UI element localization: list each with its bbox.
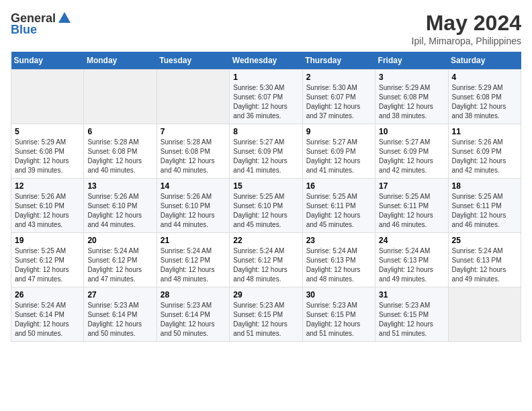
day-info: Sunrise: 5:25 AM Sunset: 6:12 PM Dayligh… — [15, 246, 80, 284]
col-saturday: Saturday — [448, 52, 521, 70]
day-info: Sunrise: 5:24 AM Sunset: 6:13 PM Dayligh… — [452, 246, 517, 284]
day-info: Sunrise: 5:23 AM Sunset: 6:14 PM Dayligh… — [87, 301, 152, 338]
calendar-cell: 29Sunrise: 5:23 AM Sunset: 6:15 PM Dayli… — [230, 287, 302, 342]
calendar-cell: 13Sunrise: 5:26 AM Sunset: 6:10 PM Dayli… — [84, 179, 157, 233]
day-info: Sunrise: 5:25 AM Sunset: 6:11 PM Dayligh… — [379, 192, 444, 230]
svg-marker-0 — [58, 12, 71, 23]
day-info: Sunrise: 5:24 AM Sunset: 6:12 PM Dayligh… — [87, 246, 152, 284]
day-info: Sunrise: 5:24 AM Sunset: 6:14 PM Dayligh… — [15, 301, 80, 338]
day-number: 9 — [306, 127, 371, 136]
day-info: Sunrise: 5:26 AM Sunset: 6:10 PM Dayligh… — [87, 192, 152, 230]
calendar-week-row: 1Sunrise: 5:30 AM Sunset: 6:07 PM Daylig… — [11, 70, 521, 124]
calendar-week-row: 19Sunrise: 5:25 AM Sunset: 6:12 PM Dayli… — [11, 233, 521, 287]
day-number: 14 — [161, 181, 226, 191]
day-number: 11 — [452, 127, 517, 136]
day-info: Sunrise: 5:27 AM Sunset: 6:09 PM Dayligh… — [306, 138, 371, 175]
day-info: Sunrise: 5:28 AM Sunset: 6:08 PM Dayligh… — [87, 138, 152, 175]
calendar-cell: 20Sunrise: 5:24 AM Sunset: 6:12 PM Dayli… — [84, 233, 157, 287]
col-friday: Friday — [375, 52, 448, 70]
day-number: 22 — [233, 236, 298, 245]
day-number: 28 — [161, 290, 226, 300]
day-number: 10 — [379, 127, 444, 136]
calendar-cell: 9Sunrise: 5:27 AM Sunset: 6:09 PM Daylig… — [302, 124, 375, 179]
day-number: 15 — [233, 181, 298, 191]
calendar-cell: 27Sunrise: 5:23 AM Sunset: 6:14 PM Dayli… — [84, 287, 157, 342]
calendar-cell: 22Sunrise: 5:24 AM Sunset: 6:12 PM Dayli… — [230, 233, 302, 287]
day-info: Sunrise: 5:27 AM Sunset: 6:09 PM Dayligh… — [379, 138, 444, 175]
day-info: Sunrise: 5:26 AM Sunset: 6:10 PM Dayligh… — [15, 192, 80, 230]
calendar-cell: 18Sunrise: 5:25 AM Sunset: 6:11 PM Dayli… — [448, 179, 521, 233]
day-info: Sunrise: 5:25 AM Sunset: 6:10 PM Dayligh… — [233, 192, 298, 230]
calendar-title: May 2024 — [412, 11, 521, 36]
col-wednesday: Wednesday — [230, 52, 302, 70]
day-number: 30 — [306, 290, 371, 300]
day-number: 29 — [233, 290, 298, 300]
day-number: 21 — [161, 236, 226, 245]
calendar-cell — [448, 287, 521, 342]
col-tuesday: Tuesday — [157, 52, 229, 70]
day-info: Sunrise: 5:24 AM Sunset: 6:12 PM Dayligh… — [161, 246, 226, 284]
day-number: 20 — [87, 236, 152, 245]
calendar-header-row: Sunday Monday Tuesday Wednesday Thursday… — [11, 52, 521, 70]
day-number: 25 — [452, 236, 517, 245]
day-info: Sunrise: 5:24 AM Sunset: 6:12 PM Dayligh… — [233, 246, 298, 284]
calendar-week-row: 12Sunrise: 5:26 AM Sunset: 6:10 PM Dayli… — [11, 179, 521, 233]
calendar-week-row: 26Sunrise: 5:24 AM Sunset: 6:14 PM Dayli… — [11, 287, 521, 342]
calendar-cell: 28Sunrise: 5:23 AM Sunset: 6:14 PM Dayli… — [157, 287, 229, 342]
calendar-cell: 21Sunrise: 5:24 AM Sunset: 6:12 PM Dayli… — [157, 233, 229, 287]
day-info: Sunrise: 5:23 AM Sunset: 6:15 PM Dayligh… — [233, 301, 298, 338]
title-area: May 2024 Ipil, Mimaropa, Philippines — [412, 11, 521, 46]
calendar-cell: 6Sunrise: 5:28 AM Sunset: 6:08 PM Daylig… — [84, 124, 157, 179]
day-info: Sunrise: 5:23 AM Sunset: 6:14 PM Dayligh… — [161, 301, 226, 338]
calendar-cell: 5Sunrise: 5:29 AM Sunset: 6:08 PM Daylig… — [11, 124, 84, 179]
day-number: 18 — [452, 181, 517, 191]
calendar-cell — [11, 70, 84, 124]
day-info: Sunrise: 5:25 AM Sunset: 6:11 PM Dayligh… — [306, 192, 371, 230]
day-number: 13 — [87, 181, 152, 191]
page-header: General Blue May 2024 Ipil, Mimaropa, Ph… — [11, 11, 521, 46]
calendar-cell: 1Sunrise: 5:30 AM Sunset: 6:07 PM Daylig… — [230, 70, 302, 124]
day-number: 23 — [306, 236, 371, 245]
calendar-cell: 3Sunrise: 5:29 AM Sunset: 6:08 PM Daylig… — [375, 70, 448, 124]
day-number: 2 — [306, 73, 371, 82]
day-info: Sunrise: 5:28 AM Sunset: 6:08 PM Dayligh… — [161, 138, 226, 175]
col-sunday: Sunday — [11, 52, 84, 70]
calendar-table: Sunday Monday Tuesday Wednesday Thursday… — [11, 52, 521, 342]
day-info: Sunrise: 5:26 AM Sunset: 6:09 PM Dayligh… — [452, 138, 517, 175]
day-info: Sunrise: 5:29 AM Sunset: 6:08 PM Dayligh… — [379, 83, 444, 121]
calendar-cell: 25Sunrise: 5:24 AM Sunset: 6:13 PM Dayli… — [448, 233, 521, 287]
day-number: 3 — [379, 73, 444, 82]
calendar-cell: 26Sunrise: 5:24 AM Sunset: 6:14 PM Dayli… — [11, 287, 84, 342]
calendar-week-row: 5Sunrise: 5:29 AM Sunset: 6:08 PM Daylig… — [11, 124, 521, 179]
day-info: Sunrise: 5:29 AM Sunset: 6:08 PM Dayligh… — [452, 83, 517, 121]
day-info: Sunrise: 5:30 AM Sunset: 6:07 PM Dayligh… — [233, 83, 298, 121]
calendar-cell: 12Sunrise: 5:26 AM Sunset: 6:10 PM Dayli… — [11, 179, 84, 233]
calendar-cell: 7Sunrise: 5:28 AM Sunset: 6:08 PM Daylig… — [157, 124, 229, 179]
calendar-cell — [84, 70, 157, 124]
calendar-cell: 31Sunrise: 5:23 AM Sunset: 6:15 PM Dayli… — [375, 287, 448, 342]
day-number: 31 — [379, 290, 444, 300]
day-number: 27 — [87, 290, 152, 300]
day-info: Sunrise: 5:24 AM Sunset: 6:13 PM Dayligh… — [379, 246, 444, 284]
day-info: Sunrise: 5:23 AM Sunset: 6:15 PM Dayligh… — [306, 301, 371, 338]
day-info: Sunrise: 5:29 AM Sunset: 6:08 PM Dayligh… — [15, 138, 80, 175]
day-number: 6 — [87, 127, 152, 136]
day-info: Sunrise: 5:27 AM Sunset: 6:09 PM Dayligh… — [233, 138, 298, 175]
logo: General Blue — [11, 11, 72, 37]
day-info: Sunrise: 5:24 AM Sunset: 6:13 PM Dayligh… — [306, 246, 371, 284]
day-number: 1 — [233, 73, 298, 82]
calendar-cell: 4Sunrise: 5:29 AM Sunset: 6:08 PM Daylig… — [448, 70, 521, 124]
calendar-cell: 23Sunrise: 5:24 AM Sunset: 6:13 PM Dayli… — [302, 233, 375, 287]
col-thursday: Thursday — [302, 52, 375, 70]
day-number: 17 — [379, 181, 444, 191]
calendar-cell: 16Sunrise: 5:25 AM Sunset: 6:11 PM Dayli… — [302, 179, 375, 233]
calendar-cell: 14Sunrise: 5:26 AM Sunset: 6:10 PM Dayli… — [157, 179, 229, 233]
calendar-cell: 19Sunrise: 5:25 AM Sunset: 6:12 PM Dayli… — [11, 233, 84, 287]
day-number: 24 — [379, 236, 444, 245]
day-number: 19 — [15, 236, 80, 245]
day-info: Sunrise: 5:30 AM Sunset: 6:07 PM Dayligh… — [306, 83, 371, 121]
calendar-subtitle: Ipil, Mimaropa, Philippines — [412, 36, 521, 46]
calendar-cell: 17Sunrise: 5:25 AM Sunset: 6:11 PM Dayli… — [375, 179, 448, 233]
calendar-cell: 15Sunrise: 5:25 AM Sunset: 6:10 PM Dayli… — [230, 179, 302, 233]
day-number: 12 — [15, 181, 80, 191]
